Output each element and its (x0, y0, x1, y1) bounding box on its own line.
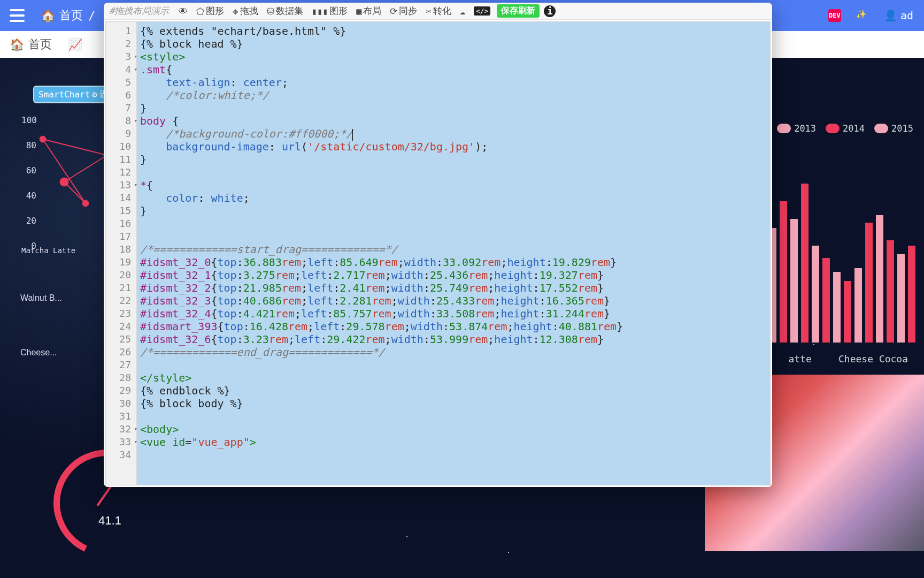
code-line[interactable] (140, 448, 767, 461)
right-chart-x-axis: atte Cheese Cocoa (789, 353, 908, 364)
line-number: 8 (106, 115, 136, 127)
code-line[interactable]: {% extends "echart/base.html" %} (140, 25, 767, 37)
code-line[interactable]: } (140, 204, 767, 217)
code-line[interactable] (140, 230, 767, 243)
x-cat: Cheese Cocoa (838, 353, 908, 364)
code-line[interactable]: /*color:white;*/ (140, 89, 767, 102)
code-line[interactable]: #idsmt_32_3{top:40.686rem;left:2.281rem;… (140, 294, 767, 307)
info-button[interactable]: i (544, 5, 556, 17)
code-line[interactable]: body { (140, 115, 767, 127)
code-line[interactable] (140, 410, 767, 423)
nav-home-link[interactable]: 🏠 首页 (41, 7, 83, 24)
code-line[interactable]: color: white; (140, 192, 767, 204)
code-line[interactable]: {% block head %} (140, 37, 767, 50)
line-number: 25 (106, 333, 136, 346)
code-line[interactable]: #idsmt_32_6{top:3.23rem;left:29.422rem;w… (140, 333, 767, 346)
code-line[interactable]: /*background-color:#ff0000;*/ (140, 127, 767, 140)
svg-point-6 (60, 178, 68, 186)
code-line[interactable]: #idsmt_32_1{top:3.275rem;left:2.717rem;w… (140, 269, 767, 282)
line-number: 19 (106, 256, 136, 269)
line-number: 31 (106, 410, 136, 423)
hamburger-menu-button[interactable] (10, 9, 25, 22)
line-number: 13 (106, 179, 136, 192)
code-line[interactable]: <vue id="vue_app"> (140, 436, 767, 448)
breadcrumb-chart[interactable]: 📈 (68, 38, 82, 51)
layout-button[interactable]: ▦布局 (354, 4, 383, 18)
code-line[interactable] (140, 359, 767, 371)
cloud-button[interactable]: ☁ (458, 5, 467, 18)
dev-badge-icon[interactable]: DEV (828, 9, 841, 22)
line-number: 30 (106, 397, 136, 410)
text-cursor (352, 129, 353, 141)
code-line[interactable]: } (140, 102, 767, 115)
smartchart-badge[interactable]: SmartChart ⚙ 设 (33, 86, 113, 103)
code-line[interactable]: *{ (140, 179, 767, 192)
line-number: 17 (106, 230, 136, 243)
code-line[interactable]: text-align: center; (140, 76, 767, 89)
code-icon: </> (474, 6, 490, 16)
eye-icon: 👁 (179, 6, 188, 17)
sync-button[interactable]: ⟳同步 (388, 4, 419, 18)
database-icon: ⛁ (267, 6, 274, 17)
code-content[interactable]: {% extends "echart/base.html" %}{% block… (137, 22, 770, 485)
line-number: 6 (106, 89, 136, 102)
nav-home-label: 首页 (59, 7, 83, 24)
line-number: 12 (106, 166, 136, 179)
line-number: 3 (106, 50, 136, 63)
graphic-button[interactable]: ⬠图形 (194, 4, 226, 18)
legend-item[interactable]: 2013 (777, 123, 816, 134)
chart-button[interactable]: ▮▮▮图形 (310, 4, 350, 18)
right-chart-legend: 2013 2014 2015 (777, 123, 913, 134)
code-line[interactable]: {% block body %} (140, 397, 767, 410)
code-line[interactable]: <style> (140, 50, 767, 63)
code-line[interactable]: #idsmart_393{top:16.428rem;left:29.578re… (140, 320, 767, 333)
code-line[interactable]: /*=============end_drag=============*/ (140, 346, 767, 359)
line-number: 32 (106, 423, 136, 436)
breadcrumb-home[interactable]: 🏠 首页 (10, 36, 52, 52)
transform-button[interactable]: ✂转化 (424, 4, 453, 18)
line-number: 15 (106, 204, 136, 217)
editor-file-title: #拖拽布局演示 (109, 5, 169, 17)
svg-line-2 (64, 155, 107, 182)
code-line[interactable]: background-image: url('/static/custom/32… (140, 140, 767, 153)
user-menu[interactable]: 👤 ad (884, 9, 913, 22)
pentagon-icon: ⬠ (196, 6, 204, 17)
sparkle-icon[interactable]: ✨ (856, 9, 869, 22)
breadcrumb-slash: / (88, 9, 95, 22)
home-icon: 🏠 (10, 38, 24, 51)
line-number: 24 (106, 320, 136, 333)
code-line[interactable]: </style> (140, 371, 767, 384)
line-number: 33 (106, 436, 136, 448)
line-number: 9 (106, 127, 136, 140)
save-refresh-button[interactable]: 保存刷新 (497, 4, 540, 18)
gear-icon: ⚙ (92, 89, 97, 100)
preview-button[interactable]: 👁 (176, 5, 190, 18)
legend-item[interactable]: 2015 (874, 123, 913, 134)
dataset-button[interactable]: ⛁数据集 (265, 4, 305, 18)
code-button[interactable]: </> (472, 5, 492, 17)
code-line[interactable]: } (140, 153, 767, 166)
code-line[interactable]: #idsmt_32_4{top:4.421rem;left:85.757rem;… (140, 307, 767, 320)
svg-point-7 (82, 200, 89, 207)
line-number: 26 (106, 346, 136, 359)
code-line[interactable]: /*=============start_drag=============*/ (140, 243, 767, 256)
code-line[interactable]: {% endblock %} (140, 384, 767, 397)
user-label: ad (900, 9, 913, 22)
code-line[interactable] (140, 217, 767, 230)
code-editor-area[interactable]: 1234567891011121314151617181920212223242… (105, 21, 771, 485)
editor-toolbar: #拖拽布局演示 👁 ⬠图形 ✥拖拽 ⛁数据集 ▮▮▮图形 ▦布局 ⟳同步 ✂转化… (104, 3, 772, 20)
line-number: 7 (106, 102, 136, 115)
code-line[interactable]: #idsmt_32_2{top:21.985rem;left:2.41rem;w… (140, 282, 767, 294)
drag-button[interactable]: ✥拖拽 (230, 4, 260, 18)
line-number: 28 (106, 371, 136, 384)
line-number: 21 (106, 282, 136, 294)
line-number: 10 (106, 140, 136, 153)
line-number: 23 (106, 307, 136, 320)
code-line[interactable]: .smt{ (140, 63, 767, 76)
code-line[interactable]: <body> (140, 423, 767, 436)
legend-item[interactable]: 2014 (826, 123, 865, 134)
code-line[interactable]: #idsmt_32_0{top:36.883rem;left:85.649rem… (140, 256, 767, 269)
code-line[interactable] (140, 166, 767, 179)
move-icon: ✥ (233, 6, 238, 17)
cheese-label: Cheese... (20, 348, 57, 358)
